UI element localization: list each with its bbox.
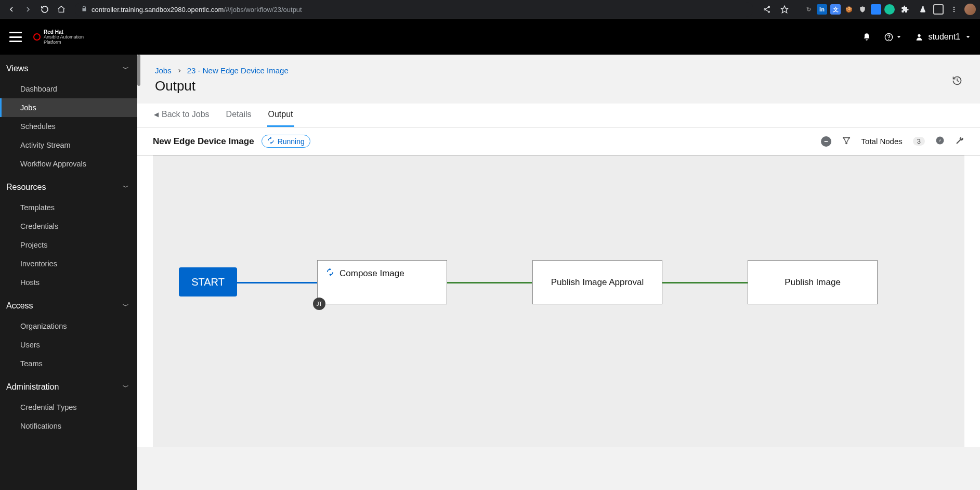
user-icon bbox=[915, 33, 923, 41]
workflow-start-node[interactable]: START bbox=[179, 267, 237, 296]
brand-logo[interactable]: Red Hat Ansible Automation Platform bbox=[33, 29, 84, 45]
total-nodes-label: Total Nodes bbox=[861, 137, 903, 146]
job-name-label: New Edge Device Image bbox=[153, 136, 254, 147]
svg-point-1 bbox=[764, 9, 766, 10]
browser-profile-avatar[interactable] bbox=[964, 4, 976, 15]
svg-marker-11 bbox=[897, 36, 900, 38]
notifications-bell-icon[interactable] bbox=[863, 33, 871, 41]
browser-back-button[interactable] bbox=[4, 2, 19, 17]
svg-line-3 bbox=[765, 7, 768, 9]
svg-line-4 bbox=[765, 10, 768, 11]
redhat-icon bbox=[33, 33, 41, 41]
sidebar-item-jobs[interactable]: Jobs bbox=[0, 98, 137, 117]
browser-chrome: controller.training.sandbox2980.opentlc.… bbox=[0, 0, 980, 19]
chevron-down-icon: ﹀ bbox=[123, 383, 129, 392]
browser-url-bar[interactable]: controller.training.sandbox2980.opentlc.… bbox=[75, 2, 753, 17]
browser-extension-tray: ↻ in 文 🍪 bbox=[760, 2, 976, 17]
app-header: Red Hat Ansible Automation Platform stud… bbox=[0, 19, 980, 55]
linkedin-ext-icon[interactable]: in bbox=[817, 4, 827, 15]
blue-ext-icon[interactable] bbox=[871, 4, 881, 15]
running-spinner-icon bbox=[326, 268, 334, 279]
browser-menu-icon[interactable] bbox=[947, 2, 961, 17]
sidebar-item-users[interactable]: Users bbox=[0, 336, 137, 354]
chevron-right-icon bbox=[177, 66, 182, 75]
breadcrumb-jobs-link[interactable]: Jobs bbox=[155, 66, 172, 75]
sidebar-item-templates[interactable]: Templates bbox=[0, 198, 137, 217]
svg-point-12 bbox=[918, 34, 920, 37]
sidebar-item-projects[interactable]: Projects bbox=[0, 236, 137, 254]
browser-reload-button[interactable] bbox=[37, 2, 52, 17]
history-icon[interactable] bbox=[952, 75, 962, 88]
url-text: controller.training.sandbox2980.opentlc.… bbox=[92, 6, 302, 14]
sidebar-item-inventories[interactable]: Inventories bbox=[0, 254, 137, 273]
svg-marker-5 bbox=[781, 6, 788, 12]
zoom-out-button[interactable] bbox=[821, 136, 831, 147]
sidebar-item-dashboard[interactable]: Dashboard bbox=[0, 80, 137, 98]
browser-home-button[interactable] bbox=[54, 2, 69, 17]
svg-point-10 bbox=[888, 39, 889, 40]
chevron-down-icon: ﹀ bbox=[123, 183, 129, 192]
sidebar-item-credentials[interactable]: Credentials bbox=[0, 217, 137, 236]
svg-point-7 bbox=[953, 9, 955, 10]
cookies-ext-icon[interactable]: 🍪 bbox=[844, 4, 854, 15]
sidebar: Views﹀ Dashboard Jobs Schedules Activity… bbox=[0, 55, 137, 490]
svg-point-2 bbox=[768, 11, 770, 12]
sidebar-section-access[interactable]: Access﹀ bbox=[0, 292, 137, 317]
bookmark-star-icon[interactable] bbox=[777, 2, 792, 17]
workflow-node-compose-image[interactable]: Compose Image bbox=[317, 260, 447, 304]
brand-text: Red Hat Ansible Automation Platform bbox=[44, 29, 84, 45]
shield-ext-icon[interactable] bbox=[857, 4, 868, 15]
grammarly-ext-icon[interactable] bbox=[884, 4, 895, 15]
sidebar-item-credential-types[interactable]: Credential Types bbox=[0, 398, 137, 417]
sidebar-item-organizations[interactable]: Organizations bbox=[0, 317, 137, 336]
svg-point-8 bbox=[953, 11, 955, 12]
job-info-toolbar: New Edge Device Image Running bbox=[137, 127, 980, 156]
tablet-icon[interactable] bbox=[933, 4, 944, 15]
back-to-jobs-tab[interactable]: ◀ Back to Jobs bbox=[153, 104, 211, 127]
tab-details[interactable]: Details bbox=[225, 104, 253, 127]
compass-icon[interactable] bbox=[935, 136, 945, 147]
tabs: ◀ Back to Jobs Details Output bbox=[137, 104, 980, 127]
node-type-badge: JT bbox=[313, 298, 325, 310]
breadcrumb-current-link[interactable]: 23 - New Edge Device Image bbox=[187, 66, 289, 75]
sidebar-section-resources[interactable]: Resources﹀ bbox=[0, 173, 137, 198]
extension-icon[interactable]: ↻ bbox=[803, 4, 814, 15]
chevron-down-icon: ﹀ bbox=[123, 302, 129, 311]
sidebar-item-activity-stream[interactable]: Activity Stream bbox=[0, 136, 137, 154]
sidebar-item-schedules[interactable]: Schedules bbox=[0, 117, 137, 136]
sidebar-item-workflow-approvals[interactable]: Workflow Approvals bbox=[0, 154, 137, 173]
help-menu[interactable] bbox=[884, 33, 901, 42]
chevron-down-icon bbox=[965, 34, 971, 40]
sidebar-item-notifications[interactable]: Notifications bbox=[0, 417, 137, 435]
workflow-node-publish-approval[interactable]: Publish Image Approval bbox=[532, 260, 662, 304]
browser-forward-button[interactable] bbox=[21, 2, 35, 17]
svg-point-18 bbox=[936, 136, 944, 144]
workflow-canvas[interactable]: START Compose Image JT Publish Image App… bbox=[153, 156, 964, 447]
translate-ext-icon[interactable]: 文 bbox=[830, 4, 841, 15]
sidebar-toggle-button[interactable] bbox=[9, 32, 22, 42]
main-content: Jobs 23 - New Edge Device Image Output ◀… bbox=[137, 55, 980, 490]
lock-icon bbox=[81, 6, 87, 14]
job-status-badge: Running bbox=[262, 135, 310, 148]
caret-left-icon: ◀ bbox=[154, 111, 159, 118]
page-title: Output bbox=[155, 78, 289, 94]
svg-rect-14 bbox=[824, 141, 828, 142]
sidebar-section-views[interactable]: Views﹀ bbox=[0, 55, 137, 80]
workflow-edge bbox=[446, 282, 532, 283]
user-menu[interactable]: student1 bbox=[915, 32, 971, 42]
scrollbar-thumb[interactable] bbox=[137, 55, 140, 86]
workflow-node-publish-image[interactable]: Publish Image bbox=[748, 260, 878, 304]
extensions-puzzle-icon[interactable] bbox=[898, 2, 912, 17]
labs-flask-icon[interactable] bbox=[916, 2, 930, 17]
sidebar-item-hosts[interactable]: Hosts bbox=[0, 273, 137, 292]
sidebar-item-teams[interactable]: Teams bbox=[0, 354, 137, 373]
tab-output[interactable]: Output bbox=[267, 104, 294, 127]
chevron-down-icon: ﹀ bbox=[123, 65, 129, 73]
share-icon[interactable] bbox=[760, 2, 774, 17]
breadcrumb: Jobs 23 - New Edge Device Image bbox=[155, 66, 289, 75]
svg-marker-13 bbox=[966, 36, 970, 38]
workflow-graph-icon[interactable] bbox=[842, 136, 851, 147]
username-label: student1 bbox=[929, 32, 960, 42]
sidebar-section-administration[interactable]: Administration﹀ bbox=[0, 373, 137, 398]
wrench-settings-icon[interactable] bbox=[955, 136, 964, 147]
